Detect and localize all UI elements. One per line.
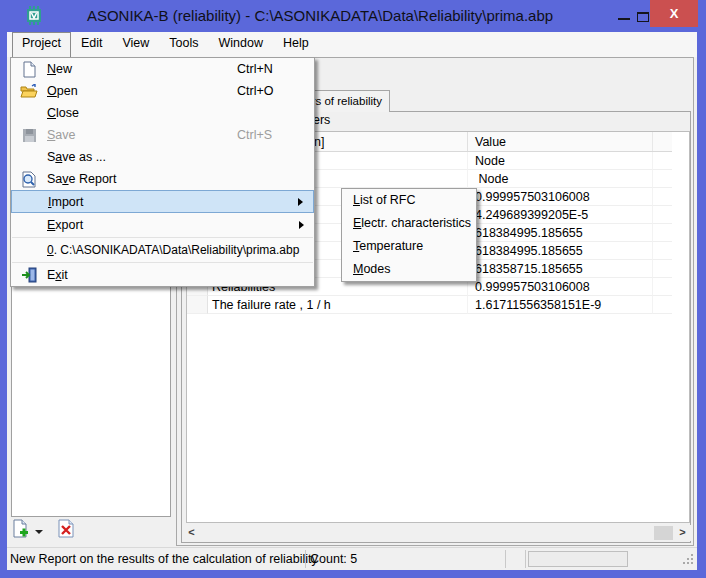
save-icon — [11, 128, 47, 143]
maximize-icon — [637, 12, 649, 22]
table-row[interactable]: The failure rate , 1 / h1.61711556358151… — [187, 296, 672, 314]
submenu-arrow-icon — [299, 221, 311, 229]
statusbar-divider — [305, 550, 306, 568]
menu-item-export[interactable]: Export — [11, 213, 314, 236]
menu-separator — [12, 262, 313, 263]
scroll-right-icon[interactable]: > — [674, 525, 691, 541]
menubar-item-tools[interactable]: Tools — [159, 32, 208, 57]
statusbar-divider — [525, 550, 526, 568]
exit-icon — [11, 267, 47, 283]
menu-item-save[interactable]: Save Ctrl+S — [11, 124, 314, 146]
menubar-item-view[interactable]: View — [112, 32, 159, 57]
submenu-item-modes[interactable]: Modes — [342, 258, 476, 281]
scrollbar-thumb[interactable] — [654, 526, 673, 540]
project-menu: New Ctrl+N Open Ctrl+O Close Save Ctrl+S… — [10, 57, 315, 287]
menu-bar: Project Edit View Tools Window Help — [7, 32, 697, 57]
status-count: Count: 5 — [310, 552, 357, 566]
submenu-item-list-of-rfc[interactable]: List of RFC — [342, 189, 476, 212]
delete-report-button[interactable] — [57, 519, 87, 543]
submenu-item-temperature[interactable]: Temperature — [342, 235, 476, 258]
menu-item-close[interactable]: Close — [11, 102, 314, 124]
window-title: ASONIKA-B (reliability) - C:\ASONIKADATA… — [0, 7, 640, 24]
menubar-item-project[interactable]: Project — [12, 32, 71, 57]
menubar-item-help[interactable]: Help — [273, 32, 319, 57]
menubar-item-edit[interactable]: Edit — [71, 32, 113, 57]
asonika-b-window: { "title_bar": { "title": "ASONIKA-B (re… — [0, 0, 706, 578]
status-bar: New Report on the results of the calcula… — [7, 547, 697, 570]
title-bar[interactable]: ASONIKA-B (reliability) - C:\ASONIKADATA… — [0, 0, 706, 32]
new-document-icon — [11, 61, 47, 78]
save-report-icon — [11, 171, 47, 188]
menu-item-recent-file[interactable]: 0. C:\ASONIKADATA\Data\Reliability\prima… — [11, 239, 314, 261]
scroll-left-icon[interactable]: < — [183, 525, 200, 541]
new-report-dropdown-icon[interactable] — [35, 530, 43, 534]
horizontal-scrollbar[interactable]: < > — [183, 525, 691, 541]
statusbar-progress-panel — [528, 551, 628, 567]
menu-item-save-report[interactable]: Save Report — [11, 168, 314, 190]
delete-report-icon — [57, 519, 75, 539]
menu-item-new[interactable]: New Ctrl+N — [11, 58, 314, 80]
submenu-item-electr-characteristics[interactable]: Electr. characteristics — [342, 212, 476, 235]
resize-grip[interactable] — [683, 554, 695, 566]
submenu-arrow-icon — [298, 198, 310, 206]
minimize-icon — [618, 18, 630, 20]
new-report-icon — [13, 519, 30, 539]
statusbar-divider — [505, 550, 506, 568]
close-button[interactable]: X — [650, 0, 698, 27]
import-submenu: List of RFC Electr. characteristics Temp… — [341, 188, 477, 282]
minimize-button[interactable] — [614, 6, 634, 26]
grid-header-value[interactable]: Value — [468, 132, 653, 151]
menubar-item-window[interactable]: Window — [209, 32, 273, 57]
menu-item-exit[interactable]: Exit — [11, 264, 314, 286]
open-folder-icon — [11, 84, 47, 99]
new-report-button[interactable] — [13, 519, 43, 543]
menu-item-import[interactable]: Import — [11, 190, 314, 213]
status-message: New Report on the results of the calcula… — [10, 552, 318, 566]
menu-item-open[interactable]: Open Ctrl+O — [11, 80, 314, 102]
close-icon: X — [670, 6, 679, 21]
menu-separator — [12, 237, 313, 238]
parameters-label: ers — [313, 113, 330, 127]
menu-item-save-as[interactable]: Save as ... — [11, 146, 314, 168]
